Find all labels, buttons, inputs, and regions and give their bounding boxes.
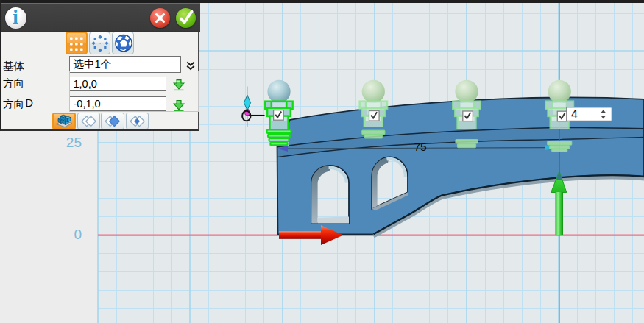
- svg-text:0: 0: [74, 227, 82, 242]
- svg-text:75: 75: [414, 141, 426, 153]
- svg-text:4: 4: [571, 108, 578, 121]
- svg-text:25: 25: [66, 135, 82, 150]
